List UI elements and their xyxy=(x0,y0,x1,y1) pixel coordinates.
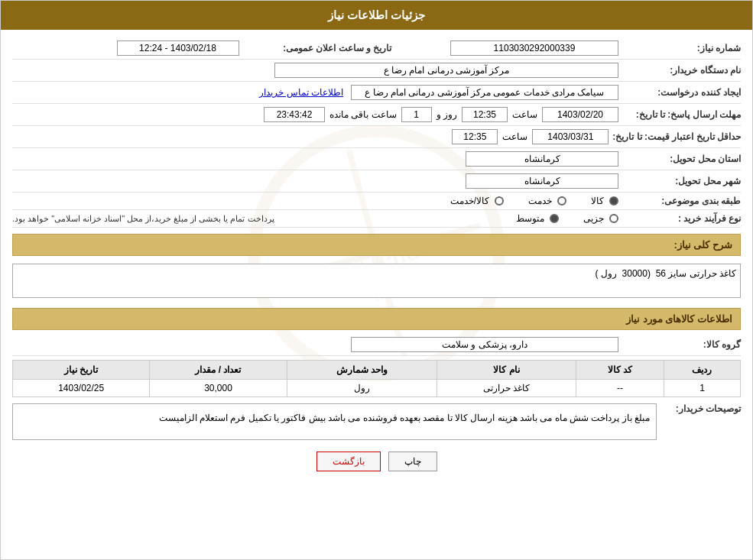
description-textarea[interactable] xyxy=(12,264,741,298)
col-header-name: نام کالا xyxy=(437,361,576,380)
tender-number-label: شماره نیاز: xyxy=(618,43,741,53)
items-table-header-row: ردیف کد کالا نام کالا واحد شمارش تعداد /… xyxy=(13,361,741,380)
jozei-radio[interactable] xyxy=(609,214,618,223)
city-label: شهر محل تحویل: xyxy=(618,176,741,186)
province-value: کرمانشاه xyxy=(12,151,618,167)
buyer-notes-box: مبلغ باز پرداخت شش ماه می باشد هزینه ارس… xyxy=(12,403,657,440)
cell-unit: رول xyxy=(287,380,437,397)
requester-input: سیامک مرادی خدمات عمومی مرکز آموزشی درما… xyxy=(351,85,618,100)
kala-khadamat-radio[interactable] xyxy=(495,196,504,206)
row-city: شهر محل تحویل: کرمانشاه xyxy=(12,170,741,193)
city-input: کرمانشاه xyxy=(466,173,618,189)
col-header-unit: واحد شمارش xyxy=(287,361,437,380)
deadline-remaining-input: 23:43:42 xyxy=(264,107,325,122)
category-kala-khadamat[interactable]: کالا/خدمت xyxy=(450,196,504,206)
kala-label: کالا xyxy=(591,196,604,206)
buyer-notes-wrapper: توصیحات خریدار: مبلغ باز پرداخت شش ماه م… xyxy=(12,403,741,440)
buyer-value: مرکز آموزشی درمانی امام رضا ع xyxy=(12,63,618,78)
jozei-label: جزیی xyxy=(583,213,604,224)
cell-code: -- xyxy=(576,380,664,397)
group-input: دارو، پزشکی و سلامت xyxy=(351,337,618,352)
category-khadamat[interactable]: خدمت xyxy=(528,196,566,206)
buyer-input: مرکز آموزشی درمانی امام رضا ع xyxy=(274,63,618,78)
process-jozei[interactable]: جزیی xyxy=(583,213,618,224)
description-title: شرح کلی نیاز: xyxy=(673,239,732,251)
group-value: دارو، پزشکی و سلامت xyxy=(12,337,618,352)
process-motavaset[interactable]: متوسط xyxy=(516,213,559,224)
price-validity-time-input: 12:35 xyxy=(452,129,498,144)
row-requester: ایجاد کننده درخواست: سیامک مرادی خدمات ع… xyxy=(12,82,741,104)
price-validity-fields: 1403/03/31 ساعت 12:35 xyxy=(12,129,609,144)
description-row xyxy=(12,260,741,302)
description-wrapper xyxy=(12,264,741,298)
content-area: AriaTender .net شماره نیاز: 110303029200… xyxy=(1,30,752,490)
price-validity-label: حداقل تاریخ اعتبار قیمت: تا تاریخ: xyxy=(609,131,741,142)
process-radio-group: جزیی متوسط xyxy=(286,213,618,224)
col-header-code: کد کالا xyxy=(576,361,664,380)
page-wrapper: جزئیات اطلاعات نیاز AriaTender .net شمار… xyxy=(0,0,753,560)
description-section-header: شرح کلی نیاز: xyxy=(12,234,741,256)
table-row: 1 -- کاغذ حرارتی رول 30,000 1403/02/25 xyxy=(13,380,741,397)
khadamat-radio[interactable] xyxy=(557,196,566,206)
buyer-label: نام دستگاه خریدار: xyxy=(618,65,741,76)
goods-title: اطلاعات کالاهای مورد نیاز xyxy=(626,313,732,325)
category-radio-group: کالا خدمت کالا/خدمت xyxy=(12,196,618,206)
deadline-days-input: 1 xyxy=(401,107,432,122)
motavaset-radio[interactable] xyxy=(550,214,559,223)
kala-radio[interactable] xyxy=(609,196,618,206)
deadline-label: مهلت ارسال پاسخ: تا تاریخ: xyxy=(618,109,741,120)
print-button[interactable]: چاپ xyxy=(388,452,437,471)
notes-spacer xyxy=(19,427,650,433)
deadline-time-input: 12:35 xyxy=(462,107,508,122)
announce-label: تاریخ و ساعت اعلان عمومی: xyxy=(239,43,392,53)
page-header: جزئیات اطلاعات نیاز xyxy=(1,1,752,30)
row-process: نوع فرآیند خرید : جزیی متوسط xyxy=(12,210,741,228)
process-label: نوع فرآیند خرید : xyxy=(618,213,741,224)
row-buyer: نام دستگاه خریدار: مرکز آموزشی درمانی ام… xyxy=(12,60,741,82)
col-header-row: ردیف xyxy=(664,361,740,380)
cell-qty: 30,000 xyxy=(150,380,287,397)
deadline-time-label: ساعت xyxy=(512,109,537,120)
row-province: استان محل تحویل: کرمانشاه xyxy=(12,148,741,170)
deadline-days-label: روز و xyxy=(437,109,457,120)
city-value: کرمانشاه xyxy=(12,173,618,189)
items-table-head: ردیف کد کالا نام کالا واحد شمارش تعداد /… xyxy=(13,361,741,380)
back-button[interactable]: بازگشت xyxy=(316,452,381,471)
content-body: شماره نیاز: 1103030292000339 تاریخ و ساع… xyxy=(12,37,741,471)
deadline-fields: 1403/02/20 ساعت 12:35 روز و 1 ساعت باقی … xyxy=(12,107,618,122)
tender-number-value: 1103030292000339 xyxy=(392,40,619,56)
row-tender-number: شماره نیاز: 1103030292000339 تاریخ و ساع… xyxy=(12,37,741,60)
row-group: گروه کالا: دارو، پزشکی و سلامت xyxy=(12,334,741,356)
col-header-qty: تعداد / مقدار xyxy=(150,361,287,380)
announce-input: 1403/02/18 - 12:24 xyxy=(117,40,239,56)
main-content-wrapper: AriaTender .net شماره نیاز: 110303029200… xyxy=(12,37,741,471)
deadline-remaining-label: ساعت باقی مانده xyxy=(329,109,397,120)
kala-khadamat-label: کالا/خدمت xyxy=(450,196,489,206)
buyer-notes-text: مبلغ باز پرداخت شش ماه می باشد هزینه ارس… xyxy=(159,413,650,423)
group-label: گروه کالا: xyxy=(618,339,741,350)
requester-label: ایجاد کننده درخواست: xyxy=(618,87,741,98)
category-kala[interactable]: کالا xyxy=(591,196,618,206)
items-table: ردیف کد کالا نام کالا واحد شمارش تعداد /… xyxy=(12,360,741,397)
price-validity-date-input: 1403/03/31 xyxy=(532,129,609,144)
tender-number-input: 1103030292000339 xyxy=(450,40,618,56)
province-label: استان محل تحویل: xyxy=(618,154,741,164)
col-header-date: تاریخ نیاز xyxy=(13,361,150,380)
price-validity-value: 1403/03/31 ساعت 12:35 xyxy=(12,129,609,144)
deadline-value: 1403/02/20 ساعت 12:35 روز و 1 ساعت باقی … xyxy=(12,107,618,122)
process-note: پرداخت تمام یا بخشی از مبلغ خرید،از محل … xyxy=(12,214,274,224)
requester-value: سیامک مرادی خدمات عمومی مرکز آموزشی درما… xyxy=(12,85,618,100)
category-label: طبقه بندی موضوعی: xyxy=(618,196,741,206)
deadline-date-input: 1403/02/20 xyxy=(542,107,618,122)
motavaset-label: متوسط xyxy=(516,213,544,224)
button-row: چاپ بازگشت xyxy=(12,452,741,471)
announce-value: 1403/02/18 - 12:24 xyxy=(12,40,239,56)
requester-link[interactable]: اطلاعات تماس خریدار xyxy=(259,87,343,98)
khadamat-label: خدمت xyxy=(528,196,552,206)
cell-name: کاغذ حرارتی xyxy=(437,380,576,397)
goods-section-header: اطلاعات کالاهای مورد نیاز xyxy=(12,308,741,330)
category-options: کالا خدمت کالا/خدمت xyxy=(12,196,618,206)
row-category: طبقه بندی موضوعی: کالا خدمت xyxy=(12,193,741,210)
province-input: کرمانشاه xyxy=(466,151,618,167)
buyer-notes-label: توصیحات خریدار: xyxy=(657,403,741,440)
